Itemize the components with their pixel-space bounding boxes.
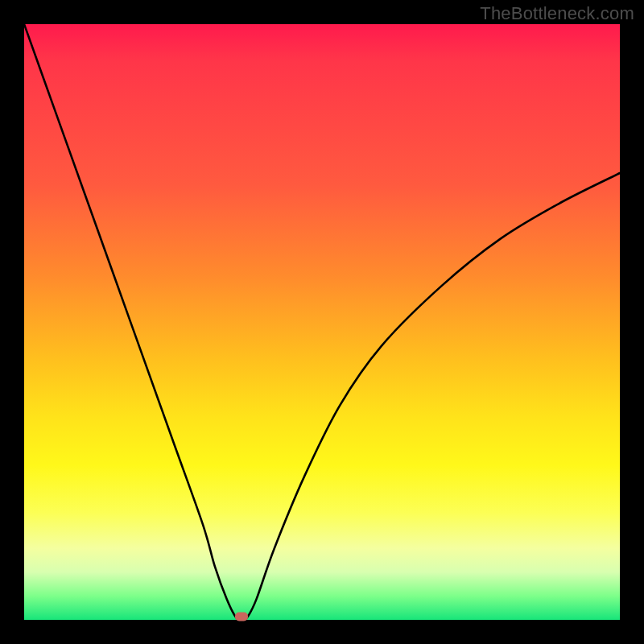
chart-frame: TheBottleneck.com [0, 0, 644, 644]
minimum-marker [235, 613, 248, 621]
watermark-text: TheBottleneck.com [480, 3, 634, 24]
bottleneck-curve [24, 24, 620, 620]
curve-svg [24, 24, 620, 620]
plot-area [24, 24, 620, 620]
